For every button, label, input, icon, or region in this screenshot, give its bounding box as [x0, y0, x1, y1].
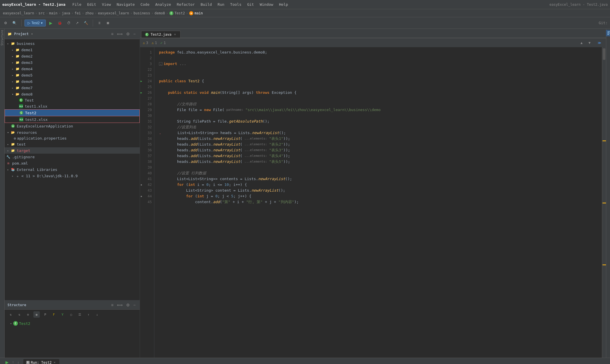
tab-test2[interactable]: C Test2.java ×	[141, 31, 181, 38]
tree-item-target[interactable]: ▸ 📁 target	[5, 147, 140, 154]
code-lines[interactable]: package fei.zhou.easyexcel_learn.busines…	[154, 47, 602, 358]
breadcrumb-java[interactable]: java	[62, 11, 70, 15]
tree-item-test-folder[interactable]: ▸ 📁 test	[5, 141, 140, 147]
toolbar-settings-btn[interactable]: ⚙	[2, 20, 9, 26]
struct-f-icon[interactable]: F	[51, 311, 57, 318]
menu-window[interactable]: Window	[257, 2, 276, 7]
run-tab-close[interactable]: ×	[53, 360, 56, 364]
struct-p-icon[interactable]: P	[42, 311, 48, 318]
tree-item-test2xlsx[interactable]: XLS test2.xlsx	[5, 116, 140, 123]
expand-all-btn[interactable]: ⟺	[116, 31, 124, 37]
build-button[interactable]: 🔨	[82, 20, 90, 26]
struct-test2-item[interactable]: ▾ C Test2	[7, 321, 137, 326]
pause-button[interactable]: ⏹	[105, 20, 111, 26]
tree-item-pom[interactable]: m pom.xml	[5, 160, 140, 166]
struct-down-icon[interactable]: ↓	[94, 311, 100, 318]
breadcrumb-zhou[interactable]: zhou	[85, 11, 94, 15]
tree-item-ext-libs[interactable]: ▸ 📚 External Libraries	[5, 166, 140, 173]
prev-warning-btn[interactable]: ▲	[579, 40, 584, 45]
collapse-all-btn[interactable]: ≡	[110, 31, 115, 37]
menu-edit[interactable]: Edit	[85, 2, 98, 7]
run-gutter-24[interactable]: ▶	[141, 78, 142, 84]
struct-y-icon[interactable]: Y	[59, 311, 66, 318]
toolbar-search-btn[interactable]: 🔍	[11, 20, 18, 26]
breadcrumb-src[interactable]: src	[39, 11, 45, 15]
structure-edge-tab[interactable]: Structure	[1, 30, 4, 45]
menu-build[interactable]: Build	[198, 2, 214, 7]
tab-run-test2[interactable]: R Run: Test2 ×	[23, 359, 59, 364]
console-down-btn[interactable]: ↓	[16, 359, 20, 364]
menu-analyze[interactable]: Analyze	[153, 2, 173, 7]
tree-item-test[interactable]: C Test	[5, 97, 140, 103]
menu-view[interactable]: View	[100, 2, 113, 7]
struct-settings-btn[interactable]: ⚙	[125, 302, 131, 308]
console-run-btn[interactable]: ▶	[5, 359, 10, 364]
breadcrumb-easyexcel2[interactable]: easyexcel_learn	[98, 11, 129, 15]
tree-item-demo8[interactable]: ▾ 📂 demo8	[5, 91, 140, 97]
debug-button[interactable]: 🐞	[56, 20, 64, 26]
coverage-button[interactable]: ⏱	[65, 20, 72, 26]
tree-item-demo5[interactable]: ▸ 📁 demo5	[5, 72, 140, 78]
struct-gear-icon[interactable]: ⚙	[25, 311, 31, 318]
tree-item-appprops[interactable]: ⚙ application.properties	[5, 136, 140, 141]
tree-item-demo6[interactable]: ▸ 📁 demo6	[5, 78, 140, 85]
tree-item-jdk[interactable]: ▸ ☕ < 11 > D:\Java\jdk-11.0.9	[5, 173, 140, 179]
tree-item-business[interactable]: ▸ 📁 business	[5, 40, 140, 47]
profile-button[interactable]: ↗	[74, 20, 80, 26]
tree-item-app[interactable]: A EasyExcelLearnApplication	[5, 123, 140, 129]
struct-circle-icon[interactable]: ●	[33, 311, 40, 318]
struct-o-icon[interactable]: ○	[68, 311, 74, 318]
tree-item-demo2[interactable]: ▸ 📁 demo2	[5, 53, 140, 59]
tab-close-btn[interactable]: ×	[173, 32, 177, 37]
struct-expand-btn[interactable]: ⟺	[116, 302, 124, 308]
breadcrumb-easyexcel[interactable]: easyexcel_learn	[3, 11, 34, 15]
xlsx2-icon: XLS	[19, 117, 24, 122]
console-up-btn[interactable]: ↑	[11, 359, 15, 364]
menu-run[interactable]: Run	[215, 2, 227, 7]
scrollbar-thumb[interactable]	[603, 48, 605, 60]
struct-sort-icon[interactable]: ⇅	[7, 311, 14, 318]
breadcrumb-test2[interactable]: Test2	[175, 11, 185, 15]
menu-code[interactable]: Code	[138, 2, 152, 7]
editor-scrollbar[interactable]	[602, 47, 606, 358]
breadcrumb-fei[interactable]: fei	[75, 11, 81, 15]
tree-item-demo1[interactable]: ▸ 📁 demo1	[5, 47, 140, 53]
tree-item-resources[interactable]: ▾ 📂 resources	[5, 129, 140, 136]
tree-item-test2[interactable]: C Test2	[5, 109, 140, 116]
menu-git[interactable]: Git	[245, 2, 256, 7]
struct-up-icon[interactable]: ↑	[85, 311, 92, 318]
run-gutter-26[interactable]: ▶	[141, 90, 142, 96]
minimize-btn[interactable]: −	[132, 31, 137, 37]
struct-minimize-btn[interactable]: −	[132, 302, 137, 308]
menu-file[interactable]: File	[70, 2, 84, 7]
breadcrumb-business[interactable]: business	[133, 11, 150, 15]
import-fold-icon[interactable]: −	[159, 62, 162, 66]
tree-item-demo7[interactable]: ▸ 📁 demo7	[5, 85, 140, 91]
menu-navigate[interactable]: Navigate	[114, 2, 137, 7]
struct-collapse-btn[interactable]: ≡	[110, 302, 115, 308]
hint-elements-35: ...elements:	[243, 142, 269, 147]
dropdown-arrow[interactable]: ▾	[31, 32, 33, 36]
next-warning-btn[interactable]: ▼	[587, 40, 592, 45]
tree-label-resources: resources	[17, 130, 37, 135]
breadcrumb-demo8[interactable]: demo8	[155, 11, 165, 15]
tree-item-gitignore[interactable]: 🔧 .gitignore	[5, 154, 140, 160]
ln-31: 31	[140, 119, 154, 124]
menu-refactor[interactable]: Refactor	[175, 2, 197, 7]
menu-help[interactable]: Help	[277, 2, 290, 7]
tree-item-demo4[interactable]: ▸ 📁 demo4	[5, 66, 140, 72]
breadcrumb-main[interactable]: main	[49, 11, 58, 15]
settings-btn[interactable]: ⚙	[125, 31, 131, 37]
run-config-button[interactable]: ▷ Test2 ▾	[24, 20, 46, 26]
expand-panel-btn[interactable]: ≫	[596, 40, 603, 46]
right-panel-expand-btn[interactable]: Ma	[606, 30, 610, 36]
struct-sort2-icon[interactable]: ⇅	[16, 311, 22, 318]
tree-item-test1xlsx[interactable]: XLS test1.xlsx	[5, 103, 140, 109]
stop-button[interactable]: ⏸	[96, 20, 103, 26]
run-button[interactable]: ▶	[48, 20, 54, 26]
tree-item-demo3[interactable]: ▸ 📁 demo3	[5, 59, 140, 66]
run-config-dropdown[interactable]: ▾	[41, 21, 43, 25]
menu-tools[interactable]: Tools	[228, 2, 244, 7]
struct-lines-icon[interactable]: ☰	[77, 311, 83, 318]
breadcrumb-main-method[interactable]: main	[194, 11, 203, 15]
